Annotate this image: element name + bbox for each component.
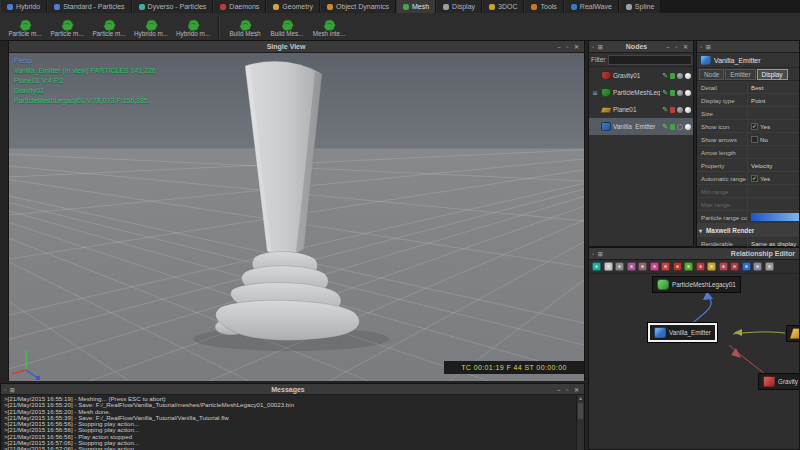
node-row-plane01[interactable]: Plane01✎ bbox=[589, 101, 693, 118]
panel-menu-icons[interactable]: ▫ ⊞ bbox=[592, 250, 604, 257]
property-value-cell[interactable]: No bbox=[747, 133, 799, 145]
menu-tab-object-dynamics[interactable]: Object Dynamics bbox=[320, 0, 396, 13]
properties-titlebar[interactable]: ▫ ⊞ bbox=[697, 41, 799, 53]
property-value-cell[interactable]: Best bbox=[747, 81, 799, 93]
edit-pencil-icon[interactable]: ✎ bbox=[662, 106, 668, 113]
menu-tab-standard-particles[interactable]: Standard - Particles bbox=[47, 0, 131, 13]
state-flag-icon[interactable] bbox=[670, 90, 675, 96]
link-a-icon[interactable] bbox=[719, 262, 728, 271]
menu-tab-tools[interactable]: Tools bbox=[524, 0, 563, 13]
tree-expander-icon[interactable]: ⊞ bbox=[591, 89, 599, 96]
render-dot-icon[interactable] bbox=[685, 124, 691, 130]
refresh-icon[interactable] bbox=[592, 262, 601, 271]
folder-icon[interactable] bbox=[707, 262, 716, 271]
layout-a-icon[interactable] bbox=[627, 262, 636, 271]
rel-node-gravity[interactable]: Gravity bbox=[758, 373, 799, 390]
visibility-dot-icon[interactable] bbox=[677, 90, 683, 96]
properties-tab-display[interactable]: Display bbox=[757, 69, 788, 80]
checkbox-checked-icon[interactable]: ✓ bbox=[751, 175, 758, 182]
properties-tab-node[interactable]: Node bbox=[699, 69, 724, 80]
state-flag-icon[interactable] bbox=[670, 73, 675, 79]
node-row-vanilla-emitter[interactable]: Vanilla_Emitter✎ bbox=[589, 118, 693, 135]
node-row-gravity01[interactable]: Gravity01✎ bbox=[589, 67, 693, 84]
toolbar-button-particle-m[interactable]: Particle m... bbox=[4, 14, 46, 40]
scroll-up-icon[interactable]: ▲ bbox=[577, 395, 584, 402]
messages-titlebar[interactable]: ▫ ⊞ Messages – ▫ ✕ bbox=[1, 384, 584, 395]
edit-pencil-icon[interactable]: ✎ bbox=[662, 123, 668, 130]
property-value-cell[interactable]: Velocity bbox=[747, 159, 799, 171]
link-b-icon[interactable] bbox=[730, 262, 739, 271]
node-row-particlemeshlegac[interactable]: ⊞ParticleMeshLegac...✎ bbox=[589, 84, 693, 101]
toolbar-button-build-mes[interactable]: Build Mes... bbox=[266, 14, 308, 40]
scrollbar-thumb[interactable] bbox=[578, 403, 583, 419]
layout-c-icon[interactable] bbox=[650, 262, 659, 271]
visibility-dot-icon[interactable] bbox=[677, 73, 683, 79]
visibility-dot-icon[interactable] bbox=[677, 107, 683, 113]
toolbar-button-particle-m[interactable]: Particle m... bbox=[46, 14, 88, 40]
rel-node-particlemesh[interactable]: ParticleMeshLegacy01 bbox=[652, 276, 741, 293]
color-gradient-swatch[interactable] bbox=[751, 213, 799, 221]
viewport-window-buttons[interactable]: – ▫ ✕ bbox=[557, 43, 581, 50]
show-tree-icon[interactable] bbox=[684, 262, 693, 271]
property-value-cell[interactable] bbox=[747, 185, 799, 197]
hide-node-icon[interactable] bbox=[696, 262, 705, 271]
layout-b-icon[interactable] bbox=[638, 262, 647, 271]
relationship-canvas[interactable]: ParticleMeshLegacy01 Vanilla_Emitter Gra… bbox=[589, 274, 799, 450]
property-value-cell[interactable] bbox=[747, 146, 799, 158]
snapshot-icon[interactable] bbox=[604, 262, 613, 271]
relationship-titlebar[interactable]: ▫ ⊞ Relationship Editor bbox=[589, 248, 799, 260]
state-flag-icon[interactable] bbox=[670, 124, 675, 130]
checkbox-unchecked-icon[interactable] bbox=[751, 136, 758, 143]
panel-menu-icons[interactable]: ▫ ⊞ bbox=[700, 43, 712, 50]
toolbar-button-mesh-inte[interactable]: Mesh inte... bbox=[308, 14, 350, 40]
property-value-cell[interactable] bbox=[747, 107, 799, 119]
state-flag-icon[interactable] bbox=[670, 107, 675, 113]
nodes-window-buttons[interactable]: – ▫ ✕ bbox=[666, 43, 690, 50]
property-value-cell[interactable]: ✓Yes bbox=[747, 172, 799, 184]
edit-pencil-icon[interactable]: ✎ bbox=[662, 72, 668, 79]
menu-tab-display[interactable]: Display bbox=[436, 0, 482, 13]
menu-tab-geometry[interactable]: Geometry bbox=[266, 0, 320, 13]
nodes-titlebar[interactable]: ▫ ⊞ Nodes – ▫ ✕ bbox=[589, 41, 693, 53]
render-dot-icon[interactable] bbox=[685, 107, 691, 113]
selected-node-name: Vanilla_Emitter bbox=[714, 57, 761, 64]
panel-menu-icons[interactable]: ▫ ⊞ bbox=[4, 386, 16, 393]
toolbar-button-hybrido-m[interactable]: Hybrido m... bbox=[130, 14, 172, 40]
rel-node-vanilla-emitter[interactable]: Vanilla_Emitter bbox=[648, 323, 717, 342]
properties-tab-emitter[interactable]: Emitter bbox=[725, 69, 755, 80]
property-value-cell[interactable] bbox=[747, 198, 799, 210]
menu-tab-daemons[interactable]: Daemons bbox=[213, 0, 266, 13]
toolbar-button-hybrido-m[interactable]: Hybrido m... bbox=[172, 14, 214, 40]
panel-icon[interactable] bbox=[753, 262, 762, 271]
menu-tab-mesh[interactable]: Mesh bbox=[396, 0, 436, 13]
messages-window-buttons[interactable]: – ▫ ✕ bbox=[557, 386, 581, 393]
menu-tab-dyverso-particles[interactable]: Dyverso - Particles bbox=[132, 0, 214, 13]
panel-menu-icons[interactable]: ▫ ⊞ bbox=[592, 43, 604, 50]
toolbar-button-particle-m[interactable]: Particle m... bbox=[88, 14, 130, 40]
filter-input[interactable] bbox=[608, 55, 692, 65]
render-dot-icon[interactable] bbox=[685, 73, 691, 79]
frame-icon[interactable] bbox=[615, 262, 624, 271]
property-value-cell[interactable]: ✓Yes bbox=[747, 120, 799, 132]
section-header-maxwell-render[interactable]: ▾Maxwell Render bbox=[697, 224, 799, 237]
menu-tab-spline[interactable]: Spline bbox=[619, 0, 661, 13]
visibility-dot-icon[interactable] bbox=[677, 124, 683, 130]
menu-tab-3doc[interactable]: 3DOC bbox=[482, 0, 524, 13]
zoom-node-icon[interactable] bbox=[661, 262, 670, 271]
zoom-all-icon[interactable] bbox=[673, 262, 682, 271]
property-value-cell[interactable] bbox=[747, 211, 799, 223]
toolbar-button-build-mesh[interactable]: Build Mesh bbox=[224, 14, 266, 40]
node-name: Plane01 bbox=[613, 106, 660, 113]
checkbox-checked-icon[interactable]: ✓ bbox=[751, 123, 758, 130]
menu-tab-hybrido[interactable]: Hybrido bbox=[0, 0, 47, 13]
messages-scrollbar[interactable]: ▲ bbox=[576, 395, 584, 450]
property-value-cell[interactable]: Point bbox=[747, 94, 799, 106]
pose-icon[interactable] bbox=[765, 262, 774, 271]
render-dot-icon[interactable] bbox=[685, 90, 691, 96]
arrow-link-icon[interactable] bbox=[742, 262, 751, 271]
edit-pencil-icon[interactable]: ✎ bbox=[662, 89, 668, 96]
viewport-titlebar[interactable]: Single View – ▫ ✕ bbox=[9, 41, 584, 53]
viewport-3d-scene[interactable]: Persp Vanilla_Emitter (in view) PARTICLE… bbox=[9, 53, 584, 381]
rel-node-plane[interactable] bbox=[786, 325, 799, 342]
menu-tab-realwave[interactable]: RealWave bbox=[564, 0, 619, 13]
